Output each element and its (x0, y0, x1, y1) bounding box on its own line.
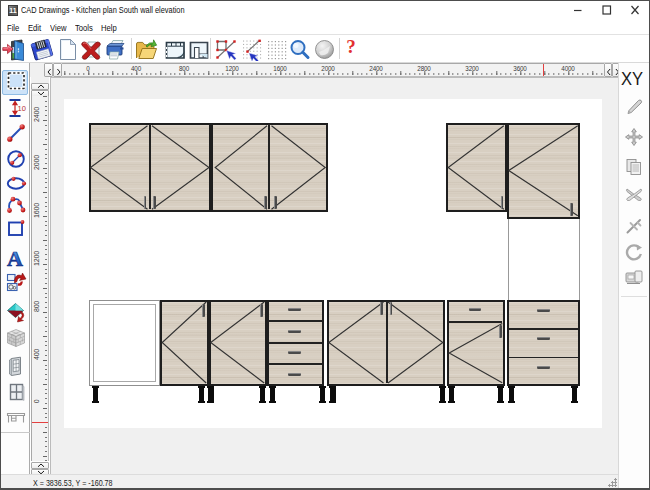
svg-text:10: 10 (18, 104, 26, 113)
svg-text:A: A (7, 247, 23, 269)
